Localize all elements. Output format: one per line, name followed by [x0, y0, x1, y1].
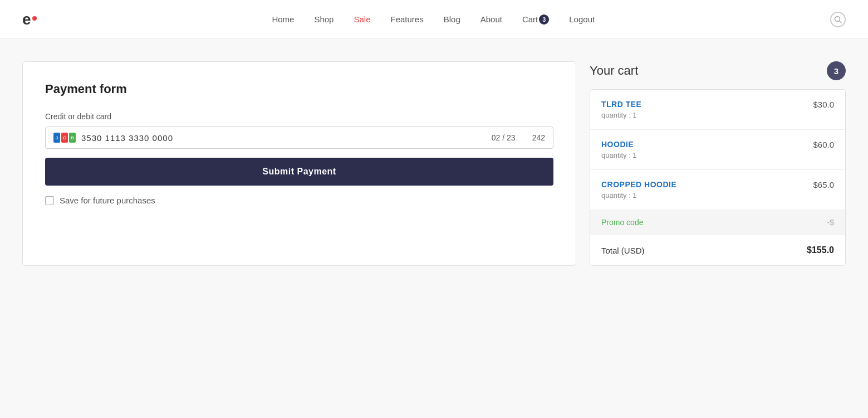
nav-home[interactable]: Home: [272, 14, 294, 24]
total-label: Total (USD): [601, 246, 645, 255]
nav-features[interactable]: Features: [391, 14, 424, 24]
cart-item: CROPPED HOODIE quantity : 1 $65.0: [590, 170, 845, 210]
item-price: $65.0: [813, 180, 834, 189]
jcb-blue-block: J: [53, 133, 60, 143]
logo-letter: e: [22, 12, 31, 27]
item-info: TLRD TEE quantity : 1: [601, 100, 641, 119]
promo-value: -$: [827, 218, 834, 227]
submit-payment-button[interactable]: Submit Payment: [45, 158, 553, 186]
logo-dot: [32, 16, 37, 21]
card-expiry: 02 / 23: [492, 133, 516, 142]
cart-header: Your cart 3: [590, 61, 846, 80]
logo: e: [22, 12, 37, 27]
card-label: Credit or debit card: [45, 112, 553, 121]
item-name: HOODIE: [601, 140, 637, 149]
cart-badge: 3: [539, 14, 549, 25]
main-content: Payment form Credit or debit card J C B …: [0, 39, 868, 288]
save-row: Save for future purchases: [45, 196, 553, 205]
cart-count-badge: 3: [827, 61, 846, 80]
card-cvv: 242: [532, 133, 545, 142]
item-price: $30.0: [813, 100, 834, 109]
nav-sale[interactable]: Sale: [354, 14, 370, 24]
item-qty: quantity : 1: [601, 151, 637, 159]
cart-section: Your cart 3 TLRD TEE quantity : 1 $30.0 …: [590, 61, 846, 266]
promo-label: Promo code: [601, 218, 643, 227]
item-info: HOODIE quantity : 1: [601, 140, 637, 159]
item-qty: quantity : 1: [601, 191, 676, 200]
total-value: $155.0: [807, 245, 834, 255]
jcb-green-block: B: [69, 133, 76, 143]
jcb-red-block: C: [61, 133, 68, 143]
payment-title: Payment form: [45, 82, 553, 96]
save-checkbox[interactable]: [45, 196, 54, 205]
item-qty: quantity : 1: [601, 111, 641, 119]
nav-blog[interactable]: Blog: [444, 14, 460, 24]
nav-cart[interactable]: Cart3: [522, 14, 549, 25]
promo-row: Promo code -$: [590, 210, 845, 235]
card-number-input[interactable]: [81, 133, 486, 143]
cart-item: TLRD TEE quantity : 1 $30.0: [590, 90, 845, 130]
main-nav: Home Shop Sale Features Blog About Cart3…: [272, 14, 595, 25]
item-name: CROPPED HOODIE: [601, 180, 676, 189]
card-input-row[interactable]: J C B 02 / 23 242: [45, 127, 553, 149]
save-label: Save for future purchases: [60, 196, 155, 205]
header-right: [830, 12, 846, 27]
svg-line-1: [840, 21, 842, 23]
item-info: CROPPED HOODIE quantity : 1: [601, 180, 676, 200]
total-row: Total (USD) $155.0: [590, 235, 845, 265]
nav-shop[interactable]: Shop: [314, 14, 334, 24]
cart-item: HOODIE quantity : 1 $60.0: [590, 130, 845, 170]
cart-items-container: TLRD TEE quantity : 1 $30.0 HOODIE quant…: [590, 89, 846, 266]
cart-title: Your cart: [590, 64, 638, 78]
nav-logout[interactable]: Logout: [569, 14, 595, 24]
item-name: TLRD TEE: [601, 100, 641, 109]
nav-about[interactable]: About: [480, 14, 502, 24]
jcb-icon: J C B: [53, 133, 76, 143]
item-price: $60.0: [813, 140, 834, 149]
search-icon[interactable]: [830, 12, 846, 27]
payment-form-section: Payment form Credit or debit card J C B …: [22, 61, 576, 266]
